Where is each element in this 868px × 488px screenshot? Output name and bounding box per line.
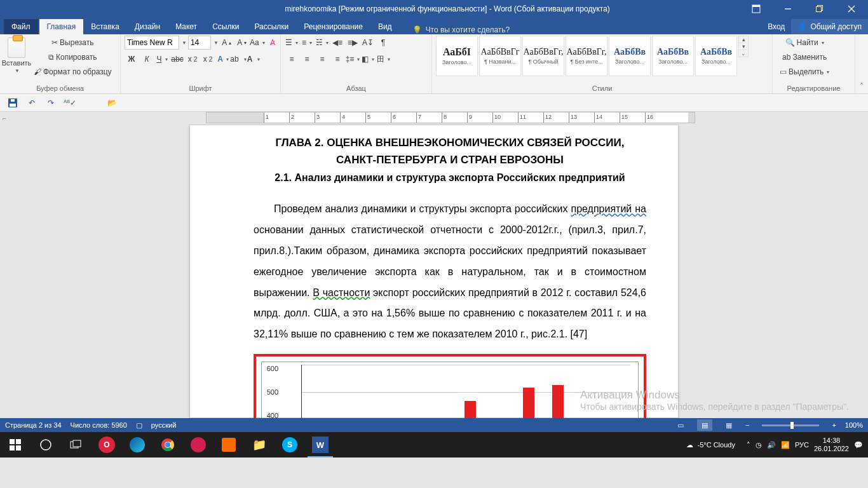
page[interactable]: ГЛАВА 2. ОЦЕНКА ВНЕШНЕЭКОНОМИЧЕСКИХ СВЯЗ… xyxy=(189,125,679,418)
strikethrough-button[interactable]: abc xyxy=(170,52,184,66)
justify-button[interactable]: ≡ xyxy=(330,52,344,66)
numbering-button[interactable]: ≡▾ xyxy=(300,36,314,50)
view-web-layout[interactable]: ▦ xyxy=(721,419,736,431)
tab-file[interactable]: Файл xyxy=(4,19,38,34)
style-item[interactable]: АаБбВвЗаголово... xyxy=(609,36,651,76)
task-view-button[interactable] xyxy=(61,432,92,458)
clear-formatting-button[interactable]: A̷ xyxy=(266,36,280,50)
shrink-font-button[interactable]: A▾ xyxy=(235,36,249,50)
share-button[interactable]: 👤 Общий доступ xyxy=(791,19,868,34)
taskbar-app-word[interactable]: W xyxy=(305,432,336,458)
underline-button[interactable]: Ч▾ xyxy=(155,52,169,66)
ribbon-display-options[interactable] xyxy=(742,0,770,18)
style-item[interactable]: АаБбВвГг,¶ Без инте... xyxy=(566,36,607,76)
document-area[interactable]: ГЛАВА 2. ОЦЕНКА ВНЕШНЕЭКОНОМИЧЕСКИХ СВЯЗ… xyxy=(0,125,868,418)
italic-button[interactable]: К xyxy=(140,52,154,66)
style-gallery-arrows[interactable]: ▴▾⌄ xyxy=(738,36,749,57)
status-proofing-icon[interactable]: ▢ xyxy=(136,421,142,430)
tray-volume-icon[interactable]: 🔊 xyxy=(767,441,776,449)
undo-button[interactable]: ↶ xyxy=(24,96,39,110)
action-center-icon[interactable]: 💬 xyxy=(854,441,863,449)
style-item[interactable]: АаБбВвЗаголово... xyxy=(695,36,737,76)
tray-network-icon[interactable]: ◷ xyxy=(756,441,762,449)
open-button[interactable]: 📂 xyxy=(104,96,119,110)
taskbar-app-generic1[interactable] xyxy=(183,432,214,458)
horizontal-ruler[interactable]: 12345678910111213141516 xyxy=(206,112,695,123)
format-painter-button[interactable]: 🖌Формат по образцу xyxy=(31,65,115,79)
replace-button[interactable]: abЗаменить xyxy=(776,50,832,64)
subscript-button[interactable]: x2 xyxy=(186,52,200,66)
line-spacing-button[interactable]: ‡≡▾ xyxy=(346,52,360,66)
bullets-button[interactable]: ☰▾ xyxy=(285,36,299,50)
view-print-layout[interactable]: ▤ xyxy=(697,419,712,431)
copy-button[interactable]: ⧉Копировать xyxy=(31,50,115,64)
find-button[interactable]: 🔍Найти▾ xyxy=(776,36,832,50)
text-effects-button[interactable]: A▾ xyxy=(216,52,230,66)
minimize-button[interactable] xyxy=(774,0,802,18)
tray-language[interactable]: РУС xyxy=(795,441,809,449)
taskbar-app-chrome[interactable] xyxy=(153,432,183,458)
spelling-button[interactable]: ᴬᴮ✓ xyxy=(62,96,78,110)
save-button[interactable] xyxy=(5,96,20,110)
align-right-button[interactable]: ≡ xyxy=(315,52,329,66)
tab-mailings[interactable]: Рассылки xyxy=(247,19,296,34)
close-button[interactable] xyxy=(837,0,865,18)
tab-design[interactable]: Дизайн xyxy=(127,19,168,34)
shading-button[interactable]: ◧▾ xyxy=(361,52,375,66)
tab-home[interactable]: Главная xyxy=(39,19,84,34)
tab-view[interactable]: Вид xyxy=(370,19,400,34)
font-family-combo[interactable] xyxy=(125,36,179,50)
change-case-button[interactable]: Aa▾ xyxy=(250,36,264,50)
taskbar-clock[interactable]: 14:38 26.01.2022 xyxy=(814,437,849,453)
redo-button[interactable]: ↷ xyxy=(43,96,58,110)
show-marks-button[interactable]: ¶ xyxy=(376,36,390,50)
cortana-button[interactable] xyxy=(31,432,61,458)
style-item[interactable]: АаБбВвГг,¶ Обычный xyxy=(522,36,564,76)
taskbar-app-explorer[interactable]: 📁 xyxy=(244,432,275,458)
tell-me[interactable]: 💡 Что вы хотите сделать? xyxy=(400,25,510,34)
taskbar-app-generic2[interactable] xyxy=(214,432,244,458)
tab-review[interactable]: Рецензирование xyxy=(296,19,370,34)
cut-button[interactable]: ✂Вырезать xyxy=(31,36,115,50)
status-words[interactable]: Число слов: 5960 xyxy=(71,421,127,429)
taskbar-app-edge[interactable] xyxy=(122,432,153,458)
select-button[interactable]: ▭Выделить▾ xyxy=(776,65,832,79)
view-read-mode[interactable]: ▭ xyxy=(673,419,688,431)
tab-references[interactable]: Ссылки xyxy=(205,19,247,34)
decrease-indent-button[interactable]: ◀≡ xyxy=(330,36,344,50)
tab-insert[interactable]: Вставка xyxy=(83,19,127,34)
zoom-slider[interactable] xyxy=(762,424,819,426)
borders-button[interactable]: 田▾ xyxy=(376,52,390,66)
style-gallery[interactable]: АаБбІЗаголово...АаБбВвГг¶ Названи...АаБб… xyxy=(436,36,737,76)
multilevel-button[interactable]: ☵▾ xyxy=(315,36,329,50)
style-item[interactable]: АаБбВвГг¶ Названи... xyxy=(479,36,521,76)
zoom-out-button[interactable]: − xyxy=(745,421,749,429)
increase-indent-button[interactable]: ≡▶ xyxy=(346,36,360,50)
zoom-level[interactable]: 100% xyxy=(845,421,863,429)
tray-chevron-icon[interactable]: ˄ xyxy=(747,441,750,449)
taskbar-weather[interactable]: ☁ -5°C Cloudy xyxy=(686,441,741,449)
grow-font-button[interactable]: A▴ xyxy=(220,36,234,50)
style-item[interactable]: АаБбВвЗаголово... xyxy=(652,36,694,76)
font-size-combo[interactable] xyxy=(188,36,211,50)
highlight-button[interactable]: ab▾ xyxy=(231,52,245,66)
start-button[interactable] xyxy=(0,432,31,458)
bold-button[interactable]: Ж xyxy=(125,52,139,66)
style-item[interactable]: АаБбІЗаголово... xyxy=(436,36,478,76)
status-page[interactable]: Страница 2 из 34 xyxy=(5,421,62,429)
font-color-button[interactable]: A▾ xyxy=(247,52,261,66)
tray-wifi-icon[interactable]: 📶 xyxy=(781,441,790,449)
align-left-button[interactable]: ≡ xyxy=(285,52,299,66)
status-language[interactable]: русский xyxy=(151,421,176,429)
restore-button[interactable] xyxy=(806,0,834,18)
tab-layout[interactable]: Макет xyxy=(168,19,205,34)
collapse-ribbon-button[interactable]: ˄ xyxy=(855,34,868,93)
taskbar-app-opera[interactable]: O xyxy=(92,432,122,458)
superscript-button[interactable]: x2 xyxy=(201,52,215,66)
paste-button[interactable]: Вставить ▼ xyxy=(4,36,29,76)
zoom-in-button[interactable]: + xyxy=(832,421,836,429)
sort-button[interactable]: A↧ xyxy=(361,36,375,50)
signin-link[interactable]: Вход xyxy=(761,19,791,34)
align-center-button[interactable]: ≡ xyxy=(300,52,314,66)
taskbar-app-skype[interactable]: S xyxy=(275,432,305,458)
